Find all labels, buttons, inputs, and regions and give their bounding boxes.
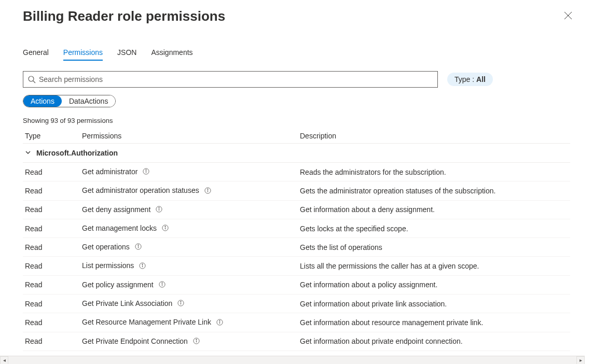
cell-type: Read bbox=[23, 295, 80, 313]
tab-assignments[interactable]: Assignments bbox=[151, 48, 192, 61]
table-row[interactable]: ReadGet policy assignment Get informatio… bbox=[23, 275, 570, 294]
col-header-description[interactable]: Description bbox=[298, 129, 570, 144]
cell-permission: Get Resource Management Private Link bbox=[80, 313, 298, 332]
tab-general[interactable]: General bbox=[23, 48, 49, 61]
col-header-permissions[interactable]: Permissions bbox=[80, 129, 298, 144]
info-icon[interactable] bbox=[204, 187, 211, 195]
cell-description: Get information about a deny assignment. bbox=[298, 200, 570, 219]
svg-point-24 bbox=[161, 283, 162, 283]
table-row[interactable]: ReadGet administrator Reads the administ… bbox=[23, 163, 570, 181]
cell-type: Read bbox=[23, 200, 80, 219]
cell-type: Read bbox=[23, 163, 80, 181]
scroll-left-icon[interactable]: ◂ bbox=[0, 356, 8, 365]
cell-description: Reads the administrators for the subscri… bbox=[298, 163, 570, 181]
svg-line-3 bbox=[33, 81, 35, 83]
cell-permission: Get deny assignment bbox=[80, 200, 298, 219]
cell-type: Read bbox=[23, 313, 80, 332]
search-input[interactable] bbox=[39, 75, 433, 83]
cell-permission: Get Private Link Association bbox=[80, 295, 298, 313]
cell-permission: Get Private Endpoint Connection bbox=[80, 332, 298, 351]
info-icon[interactable] bbox=[177, 300, 184, 308]
info-icon[interactable] bbox=[139, 262, 146, 271]
cell-permission: Get administrator operation statuses bbox=[80, 181, 298, 200]
tab-json[interactable]: JSON bbox=[117, 48, 136, 61]
cell-type: Read bbox=[23, 332, 80, 351]
scroll-right-icon[interactable]: ▸ bbox=[576, 356, 585, 365]
info-icon[interactable] bbox=[143, 168, 149, 176]
result-count: Showing 93 of 93 permissions bbox=[23, 117, 570, 124]
action-toggle: Actions DataActions bbox=[23, 95, 116, 107]
search-box[interactable] bbox=[23, 71, 438, 88]
cell-type: Read bbox=[23, 219, 80, 237]
svg-point-6 bbox=[146, 170, 146, 170]
svg-point-27 bbox=[181, 301, 181, 302]
svg-point-18 bbox=[137, 245, 138, 245]
cell-description: Get information about private link assoc… bbox=[298, 295, 570, 313]
svg-point-33 bbox=[196, 339, 197, 340]
cell-permission: Get policy assignment bbox=[80, 275, 298, 294]
cell-permission: Get operations bbox=[80, 238, 298, 257]
cell-description: Gets the administrator opreation statuse… bbox=[298, 181, 570, 200]
cell-type: Read bbox=[23, 257, 80, 275]
table-row[interactable]: ReadGet deny assignment Get information … bbox=[23, 200, 570, 219]
cell-description: Gets locks at the specified scope. bbox=[298, 219, 570, 237]
cell-description: Get information about a policy assignmen… bbox=[298, 275, 570, 294]
svg-point-30 bbox=[219, 320, 220, 321]
close-icon bbox=[564, 11, 572, 20]
tab-bar: General Permissions JSON Assignments bbox=[23, 48, 570, 61]
info-icon[interactable] bbox=[156, 206, 162, 214]
permissions-table: Type Permissions Description Microsoft.A… bbox=[23, 129, 570, 357]
table-row[interactable]: ReadGet management locks Gets locks at t… bbox=[23, 219, 570, 237]
toggle-actions[interactable]: Actions bbox=[23, 95, 62, 107]
type-filter-value: All bbox=[476, 75, 486, 83]
type-filter[interactable]: Type : All bbox=[447, 73, 493, 86]
svg-point-9 bbox=[207, 189, 208, 189]
page-title: Billing Reader role permissions bbox=[23, 5, 225, 24]
info-icon[interactable] bbox=[135, 243, 142, 251]
table-row[interactable]: ReadGet administrator operation statuses… bbox=[23, 181, 570, 200]
search-icon bbox=[27, 75, 36, 83]
cell-description: Gets the list of operations bbox=[298, 238, 570, 257]
cell-permission: List permissions bbox=[80, 257, 298, 275]
group-row[interactable]: Microsoft.Authorization bbox=[23, 144, 570, 163]
cell-type: Read bbox=[23, 238, 80, 257]
close-button[interactable] bbox=[562, 8, 574, 24]
info-icon[interactable] bbox=[193, 338, 200, 346]
tab-permissions[interactable]: Permissions bbox=[63, 48, 103, 61]
table-row[interactable]: ReadList permissions Lists all the permi… bbox=[23, 257, 570, 275]
cell-description: Lists all the permissions the caller has… bbox=[298, 257, 570, 275]
info-icon[interactable] bbox=[162, 225, 169, 233]
table-row[interactable]: ReadGet operations Gets the list of oper… bbox=[23, 238, 570, 257]
cell-permission: Get management locks bbox=[80, 219, 298, 237]
type-filter-label: Type : bbox=[454, 75, 476, 83]
svg-point-2 bbox=[29, 76, 34, 81]
svg-point-15 bbox=[165, 226, 166, 227]
info-icon[interactable] bbox=[159, 281, 166, 289]
cell-type: Read bbox=[23, 275, 80, 294]
svg-point-21 bbox=[142, 264, 143, 264]
horizontal-scrollbar[interactable]: ◂ ▸ bbox=[0, 356, 585, 364]
table-row[interactable]: ReadGet Resource Management Private Link… bbox=[23, 313, 570, 332]
cell-description: Get information about private endpoint c… bbox=[298, 332, 570, 351]
cell-permission: Get administrator bbox=[80, 163, 298, 181]
panel: Billing Reader role permissions General … bbox=[7, 0, 586, 357]
toggle-dataactions[interactable]: DataActions bbox=[62, 95, 115, 107]
cell-description: Get information about resource managemen… bbox=[298, 313, 570, 332]
table-row[interactable]: ReadGet Private Link Association Get inf… bbox=[23, 295, 570, 313]
svg-point-12 bbox=[159, 207, 159, 208]
group-name: Microsoft.Authorization bbox=[36, 149, 118, 157]
table-row[interactable]: ReadGet Private Endpoint Connection Get … bbox=[23, 332, 570, 351]
info-icon[interactable] bbox=[216, 319, 223, 327]
cell-type: Read bbox=[23, 181, 80, 200]
col-header-type[interactable]: Type bbox=[23, 129, 80, 144]
chevron-down-icon bbox=[25, 149, 31, 157]
content-scroll[interactable]: Billing Reader role permissions General … bbox=[7, 0, 586, 357]
